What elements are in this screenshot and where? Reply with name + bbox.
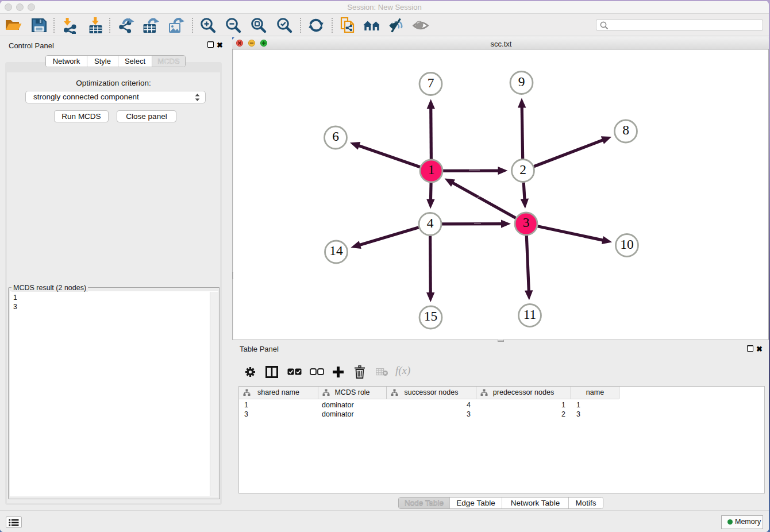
- svg-text:6: 6: [332, 129, 339, 144]
- svg-text:2: 2: [519, 162, 526, 177]
- svg-text:1: 1: [428, 162, 435, 177]
- svg-text:9: 9: [518, 74, 525, 89]
- svg-text:7: 7: [428, 75, 434, 90]
- svg-text:10: 10: [620, 237, 634, 252]
- svg-text:8: 8: [622, 122, 629, 137]
- svg-text:15: 15: [424, 309, 438, 323]
- svg-text:4: 4: [427, 215, 434, 230]
- svg-text:11: 11: [523, 307, 537, 322]
- svg-text:3: 3: [523, 215, 530, 230]
- svg-text:14: 14: [329, 243, 343, 258]
